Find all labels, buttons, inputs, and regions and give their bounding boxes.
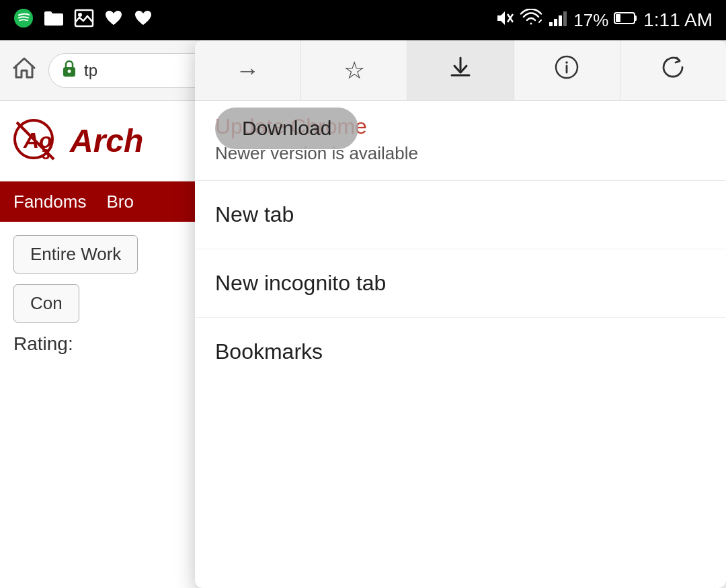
info-button[interactable] bbox=[514, 40, 620, 100]
update-chrome-title: Update Chrome bbox=[215, 114, 706, 139]
nav-item-bro[interactable]: Bro bbox=[106, 192, 133, 212]
menu-item-new-tab[interactable]: New tab bbox=[195, 181, 726, 249]
svg-rect-10 bbox=[616, 14, 620, 22]
heart-icon-2 bbox=[133, 9, 153, 32]
rating-label: Rating: bbox=[13, 333, 73, 354]
info-icon bbox=[555, 55, 579, 85]
refresh-button[interactable] bbox=[620, 40, 726, 100]
svg-text:3: 3 bbox=[42, 146, 50, 163]
signal-icon bbox=[548, 9, 568, 32]
svg-point-0 bbox=[14, 9, 33, 28]
status-bar-left bbox=[13, 8, 153, 33]
continue-button[interactable]: Con bbox=[13, 284, 79, 323]
bookmark-star-button[interactable]: ☆ bbox=[301, 40, 407, 100]
home-button[interactable] bbox=[11, 54, 38, 87]
mute-icon bbox=[495, 9, 514, 32]
svg-point-13 bbox=[68, 69, 71, 73]
svg-rect-7 bbox=[559, 15, 562, 26]
menu-toolbar: → ☆ bbox=[195, 40, 726, 101]
download-icon bbox=[448, 55, 473, 85]
forward-icon: → bbox=[236, 56, 260, 85]
update-chrome-subtitle: Newer version is available bbox=[215, 143, 706, 164]
nav-item-fandoms[interactable]: Fandoms bbox=[13, 192, 86, 212]
svg-rect-5 bbox=[549, 22, 553, 26]
battery-percent: 17% bbox=[573, 10, 608, 31]
battery-icon bbox=[614, 11, 638, 30]
ao3-site-title: Arch bbox=[70, 122, 143, 159]
svg-rect-6 bbox=[554, 19, 557, 26]
spotify-icon bbox=[13, 8, 34, 33]
status-bar: 17% 1:11 AM bbox=[0, 0, 726, 40]
image-icon bbox=[74, 9, 94, 32]
status-bar-right: 17% 1:11 AM bbox=[495, 9, 713, 32]
url-text: tp bbox=[84, 61, 97, 80]
download-button[interactable] bbox=[407, 40, 514, 100]
ao3-logo: Ao 3 bbox=[13, 116, 67, 166]
svg-point-19 bbox=[565, 61, 568, 64]
lock-icon bbox=[61, 59, 77, 82]
svg-rect-11 bbox=[635, 15, 637, 21]
heart-icon-1 bbox=[104, 9, 124, 32]
svg-rect-8 bbox=[563, 11, 567, 26]
star-icon: ☆ bbox=[344, 56, 365, 85]
folder-icon bbox=[43, 9, 65, 32]
menu-item-bookmarks[interactable]: Bookmarks bbox=[195, 318, 726, 386]
menu-item-incognito[interactable]: New incognito tab bbox=[195, 249, 726, 318]
update-banner[interactable]: Update Chrome Newer version is available bbox=[195, 101, 726, 181]
chrome-menu: → ☆ bbox=[195, 40, 726, 588]
refresh-icon bbox=[661, 55, 685, 85]
time: 1:11 AM bbox=[643, 9, 713, 31]
wifi-icon bbox=[520, 9, 542, 32]
entire-work-button[interactable]: Entire Work bbox=[13, 235, 138, 274]
forward-button[interactable]: → bbox=[195, 40, 301, 100]
svg-point-2 bbox=[78, 13, 82, 17]
